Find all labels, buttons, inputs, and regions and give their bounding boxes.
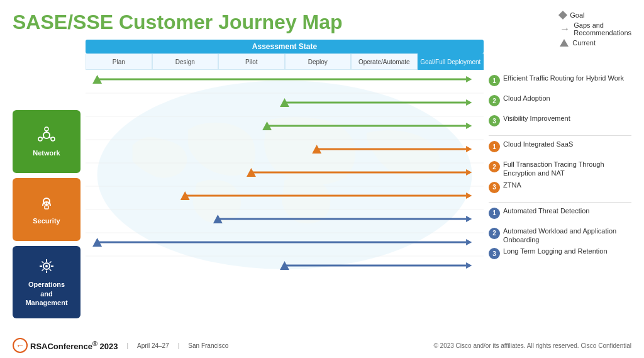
- item-network-2: 2 Cloud Adoption: [489, 92, 631, 113]
- diamond-icon: [558, 11, 567, 20]
- footer-sep-1: |: [127, 342, 129, 349]
- item-label-s1: Cloud Integrated SaaS: [503, 140, 573, 148]
- svg-line-16: [42, 262, 44, 264]
- item-ops-3: 3 Long Term Logging and Retention: [489, 245, 631, 266]
- phase-goal: Goal/Full Deployment: [418, 53, 484, 70]
- category-security: Security: [13, 178, 80, 241]
- security-icon: [38, 194, 55, 215]
- arrow-n1: [466, 76, 472, 82]
- gantt-chart: [86, 70, 484, 283]
- footer-copyright: © 2023 Cisco and/or its affiliates. All …: [433, 342, 631, 349]
- operations-icon: [38, 257, 55, 277]
- phase-pilot: Pilot: [218, 53, 285, 70]
- footer-sep-2: |: [178, 342, 180, 349]
- arrow-o2: [466, 239, 472, 245]
- footer-dates: April 24–27: [137, 342, 169, 349]
- svg-rect-9: [45, 206, 48, 209]
- arrow-n3: [466, 123, 472, 129]
- categories-column: Network Security: [13, 72, 80, 318]
- item-num-n1: 1: [489, 75, 500, 86]
- phase-deploy: Deploy: [285, 53, 352, 70]
- divider-2: [489, 202, 631, 203]
- legend-current-label: Current: [572, 39, 596, 47]
- svg-line-17: [50, 269, 52, 271]
- svg-point-2: [51, 137, 55, 141]
- item-num-o1: 1: [489, 208, 500, 219]
- triangle-icon: [560, 39, 569, 47]
- phase-operate: Operate/Automate: [351, 53, 418, 70]
- item-num-o2: 2: [489, 228, 500, 239]
- arrow-o3: [466, 262, 472, 269]
- divider-1: [489, 135, 631, 136]
- network-icon: [38, 126, 55, 147]
- rsa-logo: ← RSAConference® 2023: [13, 338, 118, 353]
- svg-line-5: [49, 137, 52, 138]
- item-num-s2: 2: [489, 161, 500, 172]
- item-label-o1: Automated Threat Detection: [503, 206, 589, 215]
- item-label-s3: ZTNA: [503, 181, 521, 189]
- footer: ← RSAConference® 2023 | April 24–27 | Sa…: [0, 338, 644, 353]
- legend-gaps: → Gaps and Recommendations: [560, 21, 631, 36]
- arrow-s1: [466, 146, 472, 152]
- item-security-1: 1 Cloud Integrated SaaS: [489, 138, 631, 159]
- item-label-s2: Full Transaction Tracing Through Encrypt…: [503, 160, 631, 178]
- legend: Goal → Gaps and Recommendations Current: [560, 11, 631, 47]
- item-num-s3: 3: [489, 182, 500, 193]
- arrow-n2: [466, 99, 472, 106]
- svg-point-3: [38, 137, 42, 141]
- item-num-n2: 2: [489, 95, 500, 106]
- item-label-o3: Long Term Logging and Retention: [503, 247, 608, 255]
- item-label-n2: Cloud Adoption: [503, 94, 550, 103]
- item-security-3: 3 ZTNA: [489, 179, 631, 199]
- item-label-n1: Efficient Traffic Routing for Hybrid Wor…: [503, 74, 624, 82]
- security-label: Security: [33, 217, 60, 225]
- svg-point-1: [45, 127, 48, 131]
- item-label-o2: Automated Workload and Application Onboa…: [503, 227, 631, 245]
- item-ops-2: 2 Automated Workload and Application Onb…: [489, 225, 631, 246]
- item-network-1: 1 Efficient Traffic Routing for Hybrid W…: [489, 72, 631, 92]
- network-label: Network: [33, 149, 60, 157]
- item-num-n3: 3: [489, 115, 500, 126]
- operations-label: OperationsandManagement: [25, 280, 67, 307]
- category-network: Network: [13, 110, 80, 173]
- right-panel: 1 Efficient Traffic Routing for Hybrid W…: [484, 40, 631, 318]
- svg-point-11: [45, 265, 48, 267]
- item-label-n3: Visibility Improvement: [503, 114, 570, 123]
- svg-point-0: [43, 132, 50, 138]
- content-area: Network Security: [13, 40, 631, 318]
- item-ops-1: 1 Automated Threat Detection: [489, 205, 631, 225]
- arrow-icon: →: [560, 24, 570, 34]
- svg-line-18: [50, 262, 52, 264]
- footer-location: San Francisco: [188, 342, 228, 349]
- svg-line-6: [42, 137, 45, 138]
- item-num-o3: 3: [489, 248, 500, 259]
- item-num-s1: 1: [489, 141, 500, 152]
- item-security-2: 2 Full Transaction Tracing Through Encry…: [489, 159, 631, 179]
- rsa-circle-icon: ←: [13, 338, 28, 353]
- footer-left: ← RSAConference® 2023 | April 24–27 | Sa…: [13, 338, 228, 353]
- phase-design: Design: [152, 53, 219, 70]
- legend-gaps-label: Gaps and Recommendations: [574, 21, 631, 36]
- page: SASE/SSE Customer Journey Map Goal → Gap…: [0, 0, 644, 358]
- legend-goal-label: Goal: [570, 11, 584, 19]
- rsa-conference-name: RSAConference® 2023: [30, 340, 118, 351]
- legend-goal: Goal: [560, 11, 631, 19]
- category-operations: OperationsandManagement: [13, 246, 80, 318]
- assessment-banner: Assessment State: [86, 40, 484, 53]
- arrow-s3: [466, 193, 472, 199]
- phase-row: Plan Design Pilot Deploy Operate/Automat…: [86, 53, 484, 70]
- svg-line-19: [42, 269, 44, 271]
- arrow-o1: [466, 216, 472, 222]
- legend-current: Current: [560, 39, 631, 47]
- item-network-3: 3 Visibility Improvement: [489, 113, 631, 133]
- gantt-svg: [86, 70, 484, 281]
- phase-plan: Plan: [86, 53, 152, 70]
- page-title: SASE/SSE Customer Journey Map: [13, 11, 631, 33]
